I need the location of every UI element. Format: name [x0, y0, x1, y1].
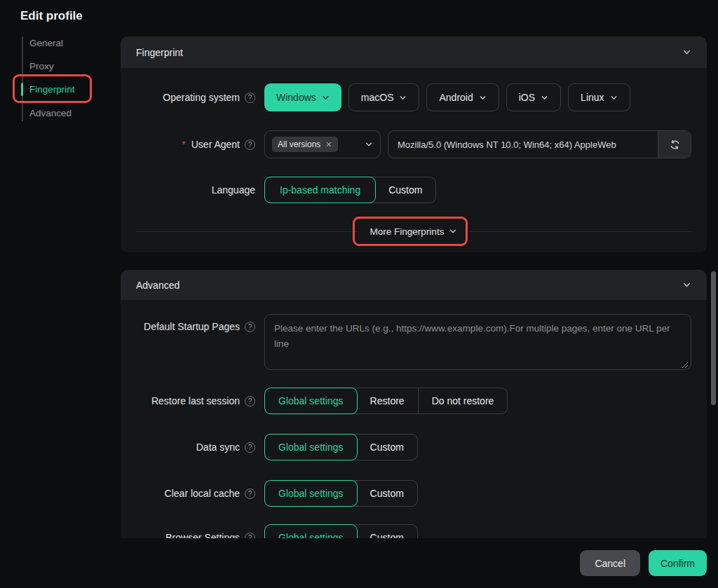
- clear-local-cache-row: Clear local cache ? Global settings Cust…: [121, 479, 691, 507]
- sidebar-item-general[interactable]: General: [29, 38, 63, 48]
- cancel-button[interactable]: Cancel: [580, 550, 640, 576]
- ua-version-select[interactable]: All versions ✕: [264, 130, 381, 158]
- refresh-icon: [669, 139, 681, 151]
- advanced-section: Advanced Default Startup Pages ? Restore…: [121, 270, 707, 538]
- data-sync-option-global[interactable]: Global settings: [264, 434, 358, 460]
- help-icon[interactable]: ?: [245, 322, 255, 332]
- chevron-down-icon: [682, 48, 691, 57]
- help-icon[interactable]: ?: [245, 533, 255, 539]
- refresh-ua-button[interactable]: [658, 131, 691, 158]
- language-label: Language: [212, 184, 255, 196]
- fingerprint-section-title: Fingerprint: [136, 47, 183, 58]
- dialog-footer: Cancel Confirm: [0, 538, 718, 588]
- data-sync-row: Data sync ? Global settings Custom: [121, 433, 691, 461]
- language-row: Language Ip-based matching Custom: [121, 177, 691, 203]
- clear-cache-segmented-control: Global settings Custom: [264, 480, 418, 507]
- language-segmented-control: Ip-based matching Custom: [264, 177, 436, 203]
- advanced-section-header[interactable]: Advanced: [121, 270, 707, 300]
- user-agent-row: * User Agent ? All versions ✕: [121, 130, 691, 158]
- os-ios-button[interactable]: iOS: [506, 83, 561, 111]
- resize-handle-icon[interactable]: [682, 362, 689, 369]
- active-item-indicator: [21, 83, 23, 96]
- restore-option-restore[interactable]: Restore: [357, 388, 418, 413]
- help-icon[interactable]: ?: [245, 93, 255, 103]
- fingerprint-section: Fingerprint Operating system ? Windows m…: [121, 36, 707, 252]
- restore-option-do-not-restore[interactable]: Do not restore: [418, 388, 508, 413]
- user-agent-input[interactable]: [388, 131, 658, 158]
- language-option-custom[interactable]: Custom: [375, 177, 435, 203]
- startup-pages-field: [264, 314, 691, 373]
- help-icon[interactable]: ?: [245, 139, 255, 150]
- more-fingerprints-wrap: More Fingerprints: [121, 217, 707, 245]
- browser-settings-label: Browser Settings: [165, 532, 240, 538]
- required-marker: *: [182, 139, 185, 150]
- chevron-down-icon: [322, 94, 330, 102]
- page-title: Edit profile: [20, 9, 83, 23]
- sidebar-rule: [22, 36, 23, 121]
- sidebar-item-proxy[interactable]: Proxy: [29, 61, 54, 71]
- data-sync-segmented-control: Global settings Custom: [264, 434, 418, 460]
- browser-settings-row: Browser Settings ? Global settings Custo…: [121, 524, 691, 538]
- os-linux-button[interactable]: Linux: [568, 83, 630, 111]
- os-android-button[interactable]: Android: [426, 83, 499, 111]
- fingerprint-section-header[interactable]: Fingerprint: [121, 36, 707, 68]
- help-icon[interactable]: ?: [245, 396, 255, 406]
- advanced-section-title: Advanced: [136, 280, 180, 291]
- restore-last-session-row: Restore last session ? Global settings R…: [121, 387, 691, 415]
- browser-settings-option-global[interactable]: Global settings: [264, 524, 358, 538]
- chevron-down-icon: [365, 140, 373, 149]
- ua-input-group: [388, 130, 691, 158]
- clear-local-cache-label: Clear local cache: [165, 488, 240, 499]
- chevron-down-icon: [399, 94, 407, 102]
- chevron-down-icon: [479, 94, 487, 102]
- os-windows-button[interactable]: Windows: [264, 83, 341, 111]
- user-agent-label: User Agent: [191, 139, 240, 150]
- help-icon[interactable]: ?: [245, 442, 255, 453]
- clear-cache-option-global[interactable]: Global settings: [264, 480, 358, 507]
- data-sync-label: Data sync: [196, 442, 240, 453]
- startup-pages-textarea[interactable]: [264, 314, 691, 370]
- restore-last-session-label: Restore last session: [151, 395, 240, 406]
- browser-settings-segmented-control: Global settings Custom: [264, 524, 418, 538]
- os-macos-button[interactable]: macOS: [348, 83, 420, 111]
- help-icon[interactable]: ?: [245, 488, 255, 499]
- restore-option-global[interactable]: Global settings: [264, 388, 358, 414]
- operating-system-row: Operating system ? Windows macOS Android…: [121, 83, 691, 111]
- data-sync-option-custom[interactable]: Custom: [357, 435, 417, 460]
- clear-cache-option-custom[interactable]: Custom: [357, 481, 417, 506]
- sidebar-item-advanced[interactable]: Advanced: [29, 108, 72, 118]
- chevron-down-icon: [610, 94, 618, 102]
- operating-system-label: Operating system: [163, 92, 240, 103]
- browser-settings-option-custom[interactable]: Custom: [357, 525, 417, 538]
- ua-version-tag: All versions ✕: [272, 137, 338, 152]
- chevron-down-icon: [541, 94, 548, 102]
- default-startup-pages-row: Default Startup Pages ?: [121, 314, 691, 373]
- more-fingerprints-button[interactable]: More Fingerprints: [358, 217, 470, 245]
- restore-segmented-control: Global settings Restore Do not restore: [264, 388, 508, 414]
- chevron-down-icon: [449, 227, 457, 235]
- close-icon[interactable]: ✕: [325, 140, 332, 149]
- language-option-ip-based[interactable]: Ip-based matching: [264, 177, 376, 203]
- chevron-down-icon: [682, 280, 691, 289]
- confirm-button[interactable]: Confirm: [649, 550, 707, 576]
- default-startup-pages-label: Default Startup Pages: [144, 321, 240, 332]
- sidebar-item-fingerprint[interactable]: Fingerprint: [29, 84, 75, 95]
- scrollbar-thumb[interactable]: [711, 271, 716, 405]
